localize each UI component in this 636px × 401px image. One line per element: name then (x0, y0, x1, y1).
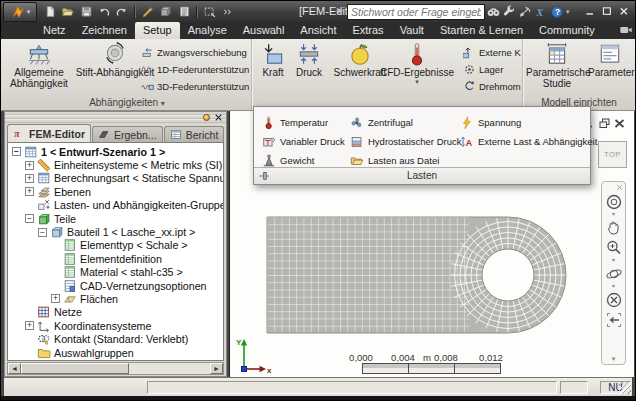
ribbon-button-zwangsverschiebung[interactable]: Zwangsverschiebung (141, 44, 249, 61)
flyout-footer[interactable]: Lasten (254, 167, 590, 184)
shaded-view-button[interactable] (157, 4, 175, 20)
tree-item-berechnungsart-statische-spannung[interactable]: +Berechnungsart < Statische Spannung (8, 172, 223, 185)
collapse-icon[interactable]: − (25, 214, 34, 223)
viewcube[interactable]: TOP (598, 141, 627, 168)
tree-item-1-entwurf-szenario-1[interactable]: −1 < Entwurf-Szenario 1 > (8, 145, 223, 158)
nav-zoom-all-button[interactable] (605, 291, 623, 309)
horizontal-scrollbar[interactable]: ◄ ► (7, 362, 224, 375)
ribbon-button-cfd-ergebnisse[interactable]: CFD-Ergebnisse▾ (373, 41, 461, 85)
tab-netz[interactable]: Netz (35, 22, 74, 39)
expand-icon[interactable]: + (25, 187, 34, 196)
expand-icon[interactable]: + (25, 174, 34, 183)
flyout-button-zentrifugal[interactable]: Zentrifugal (350, 113, 461, 132)
help-button[interactable]: ? (549, 4, 565, 20)
ribbon-button-parametrische-studie[interactable]: Parametrische Studie (526, 41, 588, 89)
resize-grip[interactable] (619, 382, 631, 394)
nav-pan-button[interactable] (605, 219, 623, 237)
tab-vault[interactable]: Vault (392, 22, 432, 39)
open-file-button[interactable] (59, 4, 77, 20)
ribbon-button-parameter[interactable]: Parameter (588, 41, 632, 79)
flyout-button-spannung[interactable]: Spannung (460, 113, 597, 132)
tree-item-flächen[interactable]: +Flächen (8, 292, 223, 305)
tree-item-material-stahl-c35[interactable]: Material < stahl-c35 > (8, 266, 223, 279)
tab-community[interactable]: Community (531, 22, 603, 39)
communication-center-button[interactable] (517, 4, 533, 20)
nav-full-navigation-wheel-button[interactable] (605, 193, 623, 211)
tree-item-elementdefinition[interactable]: Elementdefinition (8, 252, 223, 265)
panel-close-icon[interactable] (214, 113, 223, 122)
zoom-all-icon (605, 291, 623, 309)
document-restore-button[interactable] (597, 117, 612, 130)
tree-item-lasten-und-abhängigkeiten-gruppen[interactable]: Lasten- und Abhängigkeiten-Gruppen (8, 199, 223, 212)
tree-item-koordinatensysteme[interactable]: +Koordinatensysteme (8, 319, 223, 332)
maximize-button[interactable] (599, 4, 615, 18)
ribbon-button-druck[interactable]: Druck (291, 41, 327, 79)
navbar-more-icon[interactable]: ▾ (602, 355, 625, 362)
selection-filter-button[interactable] (201, 4, 219, 20)
panel-header[interactable] (5, 112, 226, 123)
tree-item-auswahlgruppen[interactable]: Auswahlgruppen (8, 346, 223, 359)
expand-icon[interactable]: + (25, 161, 34, 170)
flyout-button-hydrostatischer-druck[interactable]: Hydrostatischer Druck (350, 132, 461, 151)
tree-item-teile[interactable]: −Teile (8, 212, 223, 225)
screencast-camera-icon[interactable]: ▾ (619, 23, 636, 37)
find-button[interactable] (485, 4, 501, 20)
ruler-segment (455, 364, 500, 373)
collapse-icon[interactable]: − (12, 147, 21, 156)
tab-ansicht[interactable]: Ansicht (292, 22, 344, 39)
minimize-button[interactable] (582, 4, 598, 18)
new-file-button[interactable] (41, 4, 59, 20)
flyout-button-temperatur[interactable]: Temperatur (262, 113, 345, 132)
redo-button[interactable] (113, 4, 131, 20)
ribbon-button-allgemeine-abhängigkeit[interactable]: Allgemeine Abhängigkeit (7, 41, 71, 89)
panel-tab-fem-editor[interactable]: πFEM-Editor (7, 124, 91, 142)
scroll-right-button[interactable]: ► (210, 363, 223, 374)
nav-zoom-button[interactable] (605, 239, 623, 257)
tree-item-ebenen[interactable]: +Ebenen (8, 185, 223, 198)
close-button[interactable] (616, 4, 632, 18)
tree-item-elementtyp-schale[interactable]: Elementtyp < Schale > (8, 239, 223, 252)
pin-icon[interactable] (258, 170, 270, 182)
nav-look-at-button[interactable] (605, 311, 623, 329)
qat-overflow-button[interactable] (219, 4, 237, 20)
ribbon-button-lager[interactable]: Lager (463, 61, 521, 78)
tab-zeichnen[interactable]: Zeichnen (74, 22, 135, 39)
tools-button[interactable] (501, 4, 517, 20)
tab-auswahl[interactable]: Auswahl (235, 22, 293, 39)
ribbon-button-1d-federunterstützung[interactable]: 1D-Federunterstützung (141, 61, 249, 78)
save-button[interactable] (77, 4, 95, 20)
nav-orbit-button[interactable] (605, 265, 623, 283)
undo-button[interactable] (95, 4, 113, 20)
panel-tab-bericht[interactable]: Bericht (164, 126, 225, 142)
application-menu-button[interactable]: ▾ (3, 2, 37, 22)
tab-setup[interactable]: Setup (135, 22, 180, 39)
flyout-button-externe-last-abhängigkeit[interactable]: AExterne Last & Abhängigkeit (460, 132, 597, 151)
search-input[interactable] (347, 4, 485, 20)
group-footer-abhaengigkeiten[interactable]: Abhängigkeiten ▾ (3, 97, 251, 110)
ribbon-button-drehmoment[interactable]: Drehmoment (463, 78, 521, 95)
tab-analyse[interactable]: Analyse (180, 22, 235, 39)
panel-tab-ergebn[interactable]: Ergebn... (92, 126, 163, 142)
expand-icon[interactable]: + (25, 321, 34, 330)
tree-item-netze[interactable]: Netze (8, 306, 223, 319)
parameters-list-button[interactable] (175, 4, 193, 20)
tree-item-cad-vernetzungsoptionen[interactable]: CAD-Vernetzungsoptionen (8, 279, 223, 292)
title-expand-icon[interactable]: ▶ (337, 6, 343, 15)
ribbon-button-3d-federunterstützung[interactable]: 3D-Federunterstützung (141, 78, 249, 95)
expand-icon[interactable]: + (51, 294, 60, 303)
tab-starten-lernen[interactable]: Starten & Lernen (432, 22, 531, 39)
flyout-button-variabler-druck[interactable]: Variabler Druck (262, 132, 345, 151)
tab-extras[interactable]: Extras (344, 22, 391, 39)
scrollbar-thumb[interactable] (21, 363, 129, 374)
tree-item-einheitensysteme-metric-mks-si[interactable]: +Einheitensysteme < Metric mks (SI) > (8, 158, 223, 171)
scroll-left-button[interactable]: ◄ (8, 363, 21, 374)
navbar-close-icon[interactable] (616, 184, 623, 191)
ribbon-button-externe-kraft[interactable]: Externe Kraft (463, 44, 521, 61)
exchange-button[interactable]: X (533, 4, 549, 20)
tree-item-kontakt-standard-verklebt[interactable]: Kontakt (Standard: Verklebt) (8, 332, 223, 345)
ribbon-button-kraft[interactable]: Kraft (257, 41, 289, 79)
tree-item-bauteil-1-lasche-xx-ipt[interactable]: −Bauteil 1 < Lasche_xx.ipt > (8, 225, 223, 238)
material-appearance-button[interactable] (139, 4, 157, 20)
document-close-button[interactable] (612, 117, 627, 130)
collapse-icon[interactable]: − (38, 228, 47, 237)
